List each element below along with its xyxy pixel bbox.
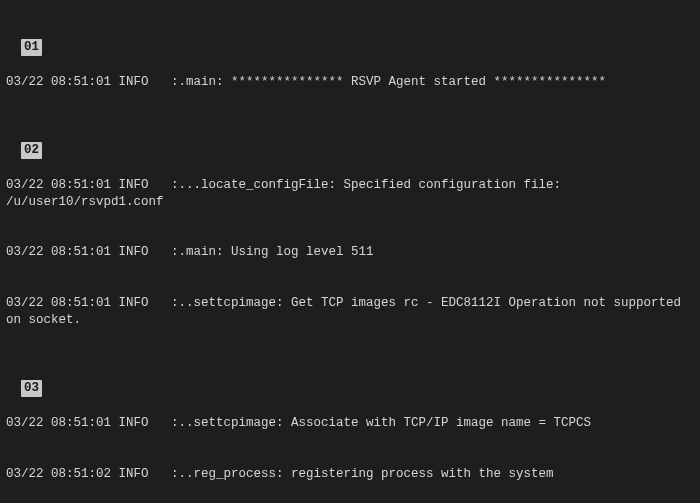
log-line: 03/22 08:51:01 INFO :.main: Using log le… [6,244,694,261]
log-line: 03/22 08:51:01 INFO :..settcpimage: Get … [6,295,694,329]
section-marker: 02 [21,142,42,159]
log-line: 03/22 08:51:01 INFO :.main: ************… [6,74,694,91]
log-line: 03/22 08:51:02 INFO :..reg_process: regi… [6,466,694,483]
log-line: 03/22 08:51:01 INFO :..settcpimage: Asso… [6,415,694,432]
section-marker: 01 [21,39,42,56]
section-marker: 03 [21,380,42,397]
log-line: 03/22 08:51:01 INFO :...locate_configFil… [6,177,694,211]
log-output: 01 03/22 08:51:01 INFO :.main: *********… [0,0,700,503]
